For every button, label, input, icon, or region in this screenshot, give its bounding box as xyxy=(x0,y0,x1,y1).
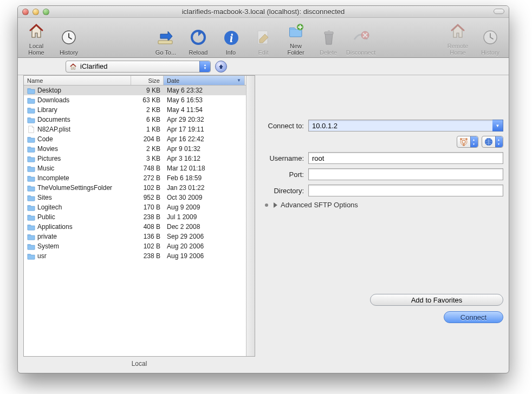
username-field[interactable] xyxy=(308,152,503,164)
file-name: N82AP.plist xyxy=(37,126,70,133)
table-row[interactable]: Library2 KBMay 4 11:54 xyxy=(24,105,255,115)
table-row[interactable]: System102 BAug 20 2006 xyxy=(24,241,255,251)
file-date: May 4 11:54 xyxy=(164,106,255,114)
folder-icon xyxy=(27,165,35,173)
connect-to-field[interactable] xyxy=(308,120,503,132)
table-row[interactable]: N82AP.plist1 KBApr 17 19:11 xyxy=(24,124,255,134)
file-size: 408 B xyxy=(131,223,164,231)
file-size: 102 B xyxy=(131,242,164,250)
file-size: 952 B xyxy=(131,194,164,201)
table-row[interactable]: private136 BSep 29 2006 xyxy=(24,232,255,241)
connect-to-combobox[interactable] xyxy=(308,120,503,132)
col-size[interactable]: Size xyxy=(131,76,164,85)
pathbar: iClarified xyxy=(18,58,509,75)
edit-button[interactable]: Edit xyxy=(248,27,278,56)
trash-icon xyxy=(320,29,336,45)
file-name: Code xyxy=(37,135,53,143)
go-up-button[interactable] xyxy=(215,61,227,73)
port-field[interactable] xyxy=(308,168,503,180)
goto-button[interactable]: Go To... xyxy=(151,27,181,56)
info-icon xyxy=(223,29,239,45)
file-name: Music xyxy=(37,165,54,172)
file-date: May 6 16:53 xyxy=(164,96,255,104)
reload-button[interactable]: Reload xyxy=(183,27,213,56)
delete-button[interactable]: Delete xyxy=(313,27,343,56)
table-row[interactable]: Code204 BApr 16 22:42 xyxy=(24,134,255,144)
file-size: 1 KB xyxy=(131,126,164,133)
connect-button[interactable]: Connect xyxy=(444,311,503,323)
file-date: Aug 19 2006 xyxy=(164,252,255,260)
disconnect-button[interactable]: Disconnect xyxy=(346,27,376,56)
directory-field[interactable] xyxy=(308,185,503,196)
file-size: 204 B xyxy=(131,135,164,143)
file-name: Pictures xyxy=(37,155,61,162)
col-date[interactable]: Date xyxy=(164,76,245,85)
col-name[interactable]: Name xyxy=(24,76,131,85)
disconnect-icon xyxy=(352,29,369,46)
scrollbar[interactable] xyxy=(246,76,255,356)
chevron-down-icon[interactable] xyxy=(492,120,503,132)
chevron-updown-icon xyxy=(495,136,503,147)
file-date: Apr 9 01:32 xyxy=(164,145,255,153)
file-size: 238 B xyxy=(131,252,164,260)
folder-icon xyxy=(27,252,35,260)
table-row[interactable]: usr238 BAug 19 2006 xyxy=(24,251,255,261)
add-to-favorites-button[interactable]: Add to Favorites xyxy=(370,294,503,306)
toolbar-toggle-button[interactable] xyxy=(494,9,504,14)
folder-icon xyxy=(27,87,35,95)
table-row[interactable]: Logitech170 BAug 9 2009 xyxy=(24,202,255,212)
file-size: 2 KB xyxy=(131,145,164,153)
file-name: Logitech xyxy=(37,203,62,211)
folder-icon xyxy=(27,96,35,104)
remote-home-button[interactable]: Remote Home xyxy=(443,20,473,56)
local-history-button[interactable]: History xyxy=(54,27,84,56)
table-row[interactable]: TheVolumeSettingsFolder102 BJan 23 01:22 xyxy=(24,183,255,193)
file-size: 748 B xyxy=(131,165,164,172)
table-row[interactable]: Sites952 BOct 30 2009 xyxy=(24,193,255,202)
file-date: Mar 12 01:18 xyxy=(164,165,255,172)
remote-history-button[interactable]: History xyxy=(475,27,505,56)
folder-icon xyxy=(27,174,35,182)
file-size: 2 KB xyxy=(131,106,164,114)
file-size: 238 B xyxy=(131,213,164,221)
chevron-updown-icon xyxy=(470,136,478,147)
folder-icon xyxy=(27,106,35,114)
table-row[interactable]: Public238 BJul 1 2009 xyxy=(24,212,255,222)
info-button[interactable]: Info xyxy=(216,27,246,56)
file-name: private xyxy=(37,233,57,240)
protocol-popup[interactable] xyxy=(482,136,503,148)
file-name: TheVolumeSettingsFolder xyxy=(37,184,112,192)
table-row[interactable]: Downloads63 KBMay 6 16:53 xyxy=(24,95,255,105)
table-row[interactable]: Movies2 KBApr 9 01:32 xyxy=(24,144,255,154)
file-name: usr xyxy=(37,252,47,260)
file-name: Incomplete xyxy=(37,174,69,182)
file-name: System xyxy=(37,242,59,250)
username-label: Username: xyxy=(263,154,308,162)
table-row[interactable]: Pictures3 KBApr 3 16:12 xyxy=(24,154,255,163)
bonjour-popup[interactable] xyxy=(457,136,478,148)
file-table: Name Size Date Desktop9 KBMay 6 23:32Dow… xyxy=(23,75,255,357)
file-date: Apr 16 22:42 xyxy=(164,135,255,143)
new-folder-icon xyxy=(287,22,304,40)
file-date: Apr 17 19:11 xyxy=(164,126,255,133)
local-home-button[interactable]: Local Home xyxy=(21,20,51,56)
file-date: Oct 30 2009 xyxy=(164,194,255,201)
new-folder-button[interactable]: New Folder xyxy=(281,20,311,56)
file-icon xyxy=(27,126,35,134)
table-row[interactable]: Desktop9 KBMay 6 23:32 xyxy=(24,86,255,95)
chevron-updown-icon xyxy=(199,61,210,72)
table-row[interactable]: Applications408 BDec 2 2008 xyxy=(24,222,255,232)
file-name: Sites xyxy=(37,194,52,201)
folder-icon xyxy=(27,135,35,143)
advanced-label: Advanced SFTP Options xyxy=(281,201,358,209)
file-size: 272 B xyxy=(131,174,164,182)
path-popup[interactable]: iClarified xyxy=(66,61,211,73)
file-date: Feb 6 18:59 xyxy=(164,174,255,182)
table-row[interactable]: Documents6 KBApr 29 20:32 xyxy=(24,115,255,124)
table-row[interactable]: Music748 BMar 12 01:18 xyxy=(24,163,255,173)
globe-icon xyxy=(484,137,493,146)
table-row[interactable]: Incomplete272 BFeb 6 18:59 xyxy=(24,173,255,183)
advanced-disclosure[interactable]: Advanced SFTP Options xyxy=(265,201,503,209)
file-name: Applications xyxy=(37,223,73,231)
file-size: 3 KB xyxy=(131,155,164,162)
